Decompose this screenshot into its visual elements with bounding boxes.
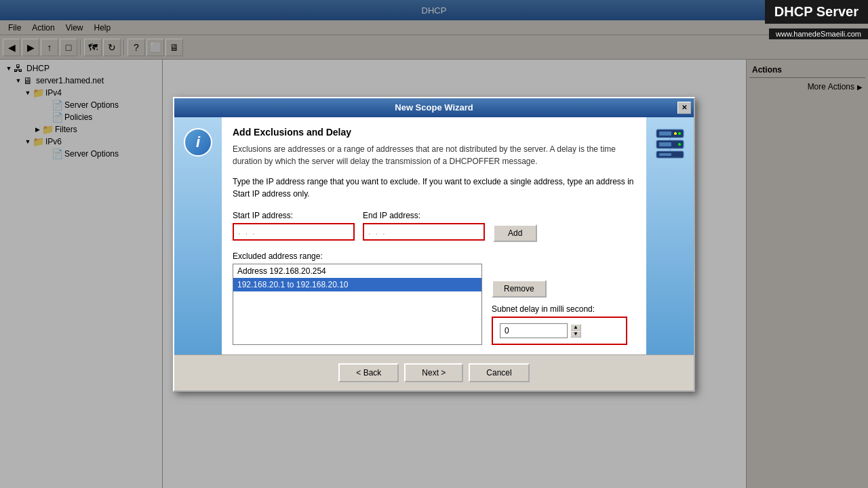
excluded-label: Excluded address range:	[233, 251, 635, 261]
delay-label: Subnet delay in milli second:	[492, 304, 627, 314]
excluded-list[interactable]: Address 192.168.20.254 192.168.20.1 to 1…	[233, 264, 482, 345]
dialog-footer: < Back Next > Cancel	[174, 354, 694, 390]
end-ip-label: End IP address:	[363, 211, 485, 220]
dialog-body: i Add Exclusions and Delay Exclusions ar…	[174, 117, 694, 354]
cancel-button[interactable]: Cancel	[469, 363, 529, 382]
svg-point-5	[678, 143, 681, 146]
end-ip-group: End IP address: . . .	[363, 211, 485, 241]
dhcp-badge-title: DHCP Server	[774, 4, 859, 19]
dhcp-badge: DHCP Server	[765, 0, 868, 24]
svg-rect-6	[659, 131, 671, 136]
svg-rect-7	[659, 142, 671, 146]
spinner-down[interactable]: ▼	[570, 331, 581, 338]
dialog-title-buttons: ✕	[677, 102, 691, 114]
dialog-right-panel	[646, 117, 694, 354]
add-button[interactable]: Add	[493, 224, 537, 242]
start-ip-label: Start IP address:	[233, 211, 355, 220]
dialog-left-panel: i	[174, 117, 222, 354]
modal-overlay: New Scope Wizard ✕ i Add Exclusions and …	[0, 0, 868, 488]
delay-section: Subnet delay in milli second: ▲ ▼	[492, 304, 627, 345]
next-button[interactable]: Next >	[404, 363, 463, 382]
delay-input[interactable]	[500, 323, 568, 338]
svg-rect-8	[659, 153, 671, 156]
delay-spinner: ▲ ▼	[570, 324, 581, 338]
delay-box: ▲ ▼	[492, 317, 627, 345]
excluded-item-1[interactable]: 192.168.20.1 to 192.168.20.10	[233, 278, 481, 291]
spinner-up[interactable]: ▲	[570, 324, 581, 331]
dhcp-badge-url: www.hamedeSmaeili.com	[769, 28, 868, 39]
svg-point-4	[674, 132, 677, 135]
ip-fields-row: Start IP address: . . . End IP address: …	[233, 211, 635, 242]
start-ip-group: Start IP address: . . .	[233, 211, 355, 241]
back-button[interactable]: < Back	[338, 363, 399, 382]
dialog-description: Exclusions are addresses or a range of a…	[233, 143, 635, 167]
dialog-close-button[interactable]: ✕	[677, 102, 691, 114]
info-icon: i	[184, 128, 212, 157]
excluded-section: Excluded address range: Address 192.168.…	[233, 251, 635, 345]
dialog-instruction: Type the IP address range that you want …	[233, 176, 635, 200]
network-icon	[654, 127, 686, 159]
start-ip-input[interactable]: . . .	[233, 223, 355, 241]
excluded-actions: Remove Subnet delay in milli second: ▲ ▼	[492, 264, 627, 345]
new-scope-wizard-dialog: New Scope Wizard ✕ i Add Exclusions and …	[173, 97, 695, 392]
dialog-main-content: Add Exclusions and Delay Exclusions are …	[222, 117, 646, 354]
dialog-title: New Scope Wizard	[395, 102, 473, 113]
remove-button[interactable]: Remove	[492, 280, 547, 298]
svg-point-3	[678, 132, 681, 135]
excluded-item-0[interactable]: Address 192.168.20.254	[233, 264, 481, 278]
end-ip-input[interactable]: . . .	[363, 223, 485, 241]
section-title: Add Exclusions and Delay	[233, 127, 635, 138]
excluded-content: Address 192.168.20.254 192.168.20.1 to 1…	[233, 264, 635, 345]
dialog-title-bar: New Scope Wizard ✕	[174, 98, 694, 117]
